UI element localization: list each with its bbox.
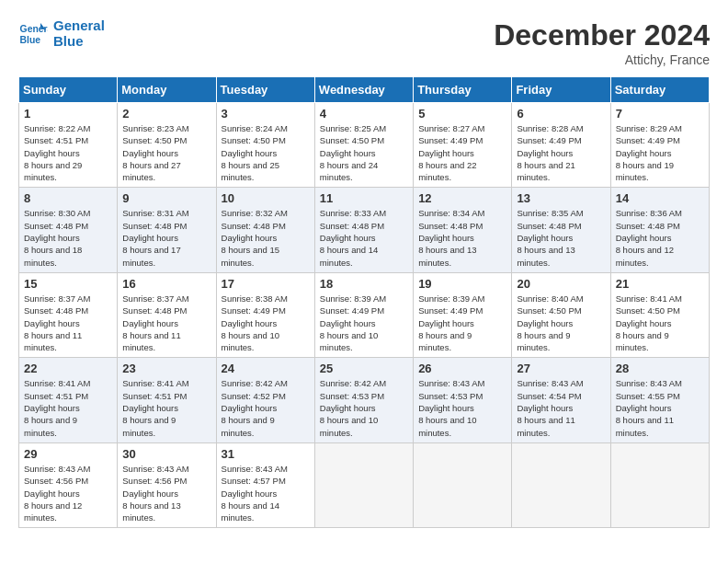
day-number: 5 bbox=[418, 107, 506, 121]
table-row bbox=[314, 442, 413, 527]
daylight-value: 8 hours and 11 minutes. bbox=[122, 330, 180, 352]
daylight-value: 8 hours and 13 minutes. bbox=[517, 245, 574, 267]
sunset-label: Sunset: 4:48 PM bbox=[24, 221, 88, 231]
table-row: 5 Sunrise: 8:27 AM Sunset: 4:49 PM Dayli… bbox=[414, 103, 512, 188]
sunset-label: Sunset: 4:48 PM bbox=[517, 221, 581, 231]
table-row: 22 Sunrise: 8:41 AM Sunset: 4:51 PM Dayl… bbox=[19, 358, 118, 442]
daylight-value: 8 hours and 12 minutes. bbox=[24, 500, 82, 523]
table-row bbox=[610, 442, 709, 527]
sunrise-label: Sunrise: 8:43 AM bbox=[616, 378, 682, 388]
table-row: 10 Sunrise: 8:32 AM Sunset: 4:48 PM Dayl… bbox=[216, 188, 314, 272]
daylight-label: Daylight hours bbox=[24, 403, 80, 413]
day-number: 28 bbox=[616, 362, 704, 375]
sunset-label: Sunset: 4:51 PM bbox=[122, 391, 187, 401]
sunrise-label: Sunrise: 8:28 AM bbox=[517, 123, 583, 133]
cell-content: Sunrise: 8:37 AM Sunset: 4:48 PM Dayligh… bbox=[122, 293, 210, 353]
sunset-label: Sunset: 4:50 PM bbox=[517, 305, 581, 316]
sunset-label: Sunset: 4:53 PM bbox=[320, 391, 384, 401]
day-number: 19 bbox=[418, 277, 506, 291]
sunset-label: Sunset: 4:48 PM bbox=[320, 221, 384, 231]
sunset-label: Sunset: 4:57 PM bbox=[222, 476, 286, 486]
day-number: 6 bbox=[517, 107, 605, 121]
daylight-label: Daylight hours bbox=[418, 148, 474, 158]
daylight-value: 8 hours and 13 minutes. bbox=[122, 500, 180, 523]
calendar-week-row: 22 Sunrise: 8:41 AM Sunset: 4:51 PM Dayl… bbox=[19, 358, 710, 442]
sunrise-label: Sunrise: 8:39 AM bbox=[320, 293, 386, 304]
table-row: 30 Sunrise: 8:43 AM Sunset: 4:56 PM Dayl… bbox=[118, 442, 216, 527]
logo: General Blue General Blue bbox=[18, 18, 105, 49]
sunrise-label: Sunrise: 8:27 AM bbox=[418, 123, 484, 133]
table-row: 26 Sunrise: 8:43 AM Sunset: 4:53 PM Dayl… bbox=[414, 358, 512, 442]
daylight-value: 8 hours and 9 minutes. bbox=[122, 415, 176, 437]
daylight-label: Daylight hours bbox=[616, 403, 672, 413]
table-row: 1 Sunrise: 8:22 AM Sunset: 4:51 PM Dayli… bbox=[19, 103, 118, 188]
cell-content: Sunrise: 8:22 AM Sunset: 4:51 PM Dayligh… bbox=[24, 122, 112, 183]
sunrise-label: Sunrise: 8:38 AM bbox=[222, 293, 288, 304]
daylight-value: 8 hours and 25 minutes. bbox=[222, 160, 279, 182]
daylight-value: 8 hours and 10 minutes. bbox=[418, 415, 476, 437]
sunrise-label: Sunrise: 8:32 AM bbox=[222, 208, 288, 218]
daylight-value: 8 hours and 10 minutes. bbox=[320, 330, 378, 352]
daylight-value: 8 hours and 24 minutes. bbox=[320, 160, 378, 182]
table-row: 19 Sunrise: 8:39 AM Sunset: 4:49 PM Dayl… bbox=[414, 272, 512, 357]
daylight-value: 8 hours and 15 minutes. bbox=[222, 245, 279, 267]
table-row bbox=[512, 442, 610, 527]
sunset-label: Sunset: 4:48 PM bbox=[222, 221, 286, 231]
daylight-label: Daylight hours bbox=[24, 488, 80, 499]
svg-text:Blue: Blue bbox=[20, 34, 41, 44]
cell-content: Sunrise: 8:25 AM Sunset: 4:50 PM Dayligh… bbox=[320, 122, 408, 183]
sunrise-label: Sunrise: 8:37 AM bbox=[24, 293, 90, 304]
cell-content: Sunrise: 8:43 AM Sunset: 4:57 PM Dayligh… bbox=[222, 463, 310, 523]
calendar-week-row: 15 Sunrise: 8:37 AM Sunset: 4:48 PM Dayl… bbox=[19, 272, 710, 357]
table-row: 7 Sunrise: 8:29 AM Sunset: 4:49 PM Dayli… bbox=[610, 103, 709, 188]
daylight-label: Daylight hours bbox=[418, 318, 474, 328]
sunrise-label: Sunrise: 8:37 AM bbox=[122, 293, 188, 304]
sunrise-label: Sunrise: 8:33 AM bbox=[320, 208, 386, 218]
sunset-label: Sunset: 4:48 PM bbox=[616, 221, 680, 231]
sunset-label: Sunset: 4:48 PM bbox=[418, 221, 483, 231]
sunrise-label: Sunrise: 8:29 AM bbox=[616, 123, 682, 133]
header-monday: Monday bbox=[118, 77, 216, 103]
daylight-label: Daylight hours bbox=[320, 318, 376, 328]
table-row: 4 Sunrise: 8:25 AM Sunset: 4:50 PM Dayli… bbox=[314, 103, 413, 188]
day-number: 24 bbox=[222, 362, 310, 375]
daylight-value: 8 hours and 19 minutes. bbox=[616, 160, 674, 182]
sunset-label: Sunset: 4:56 PM bbox=[122, 476, 187, 486]
header-wednesday: Wednesday bbox=[314, 77, 413, 103]
cell-content: Sunrise: 8:34 AM Sunset: 4:48 PM Dayligh… bbox=[418, 207, 506, 268]
cell-content: Sunrise: 8:39 AM Sunset: 4:49 PM Dayligh… bbox=[320, 293, 408, 353]
daylight-label: Daylight hours bbox=[320, 403, 376, 413]
day-number: 4 bbox=[320, 107, 408, 121]
day-number: 30 bbox=[122, 447, 210, 461]
daylight-label: Daylight hours bbox=[122, 148, 178, 158]
weekday-header-row: Sunday Monday Tuesday Wednesday Thursday… bbox=[19, 77, 710, 103]
daylight-label: Daylight hours bbox=[24, 318, 80, 328]
daylight-value: 8 hours and 17 minutes. bbox=[122, 245, 180, 267]
daylight-value: 8 hours and 22 minutes. bbox=[418, 160, 476, 182]
cell-content: Sunrise: 8:42 AM Sunset: 4:53 PM Dayligh… bbox=[320, 377, 408, 438]
sunrise-label: Sunrise: 8:42 AM bbox=[320, 378, 386, 388]
cell-content: Sunrise: 8:24 AM Sunset: 4:50 PM Dayligh… bbox=[222, 122, 310, 183]
table-row: 17 Sunrise: 8:38 AM Sunset: 4:49 PM Dayl… bbox=[216, 272, 314, 357]
sunrise-label: Sunrise: 8:41 AM bbox=[122, 378, 188, 388]
sunset-label: Sunset: 4:48 PM bbox=[24, 305, 88, 316]
table-row: 18 Sunrise: 8:39 AM Sunset: 4:49 PM Dayl… bbox=[314, 272, 413, 357]
cell-content: Sunrise: 8:33 AM Sunset: 4:48 PM Dayligh… bbox=[320, 207, 408, 268]
daylight-label: Daylight hours bbox=[517, 148, 573, 158]
location-text: Attichy, France bbox=[494, 52, 710, 67]
daylight-value: 8 hours and 9 minutes. bbox=[222, 415, 275, 437]
day-number: 26 bbox=[418, 362, 506, 375]
daylight-label: Daylight hours bbox=[122, 488, 178, 499]
day-number: 22 bbox=[24, 362, 112, 375]
cell-content: Sunrise: 8:32 AM Sunset: 4:48 PM Dayligh… bbox=[222, 207, 310, 268]
header-sunday: Sunday bbox=[19, 77, 118, 103]
cell-content: Sunrise: 8:43 AM Sunset: 4:53 PM Dayligh… bbox=[418, 377, 506, 438]
daylight-value: 8 hours and 9 minutes. bbox=[517, 330, 570, 352]
day-number: 31 bbox=[222, 447, 310, 461]
sunrise-label: Sunrise: 8:23 AM bbox=[122, 123, 188, 133]
cell-content: Sunrise: 8:40 AM Sunset: 4:50 PM Dayligh… bbox=[517, 293, 605, 353]
table-row: 14 Sunrise: 8:36 AM Sunset: 4:48 PM Dayl… bbox=[610, 188, 709, 272]
sunrise-label: Sunrise: 8:31 AM bbox=[122, 208, 188, 218]
page-header: General Blue General Blue December 2024 … bbox=[18, 18, 710, 67]
table-row: 8 Sunrise: 8:30 AM Sunset: 4:48 PM Dayli… bbox=[19, 188, 118, 272]
